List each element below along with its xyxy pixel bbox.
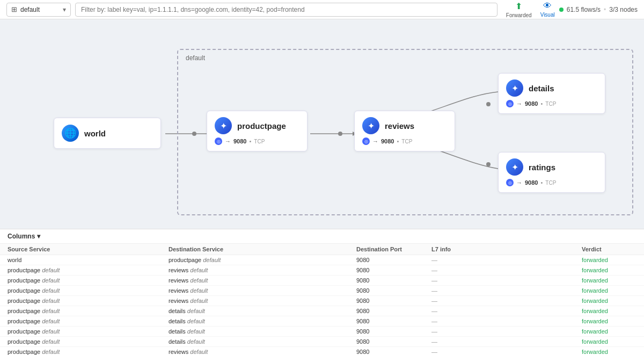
td-l7: — — [431, 277, 582, 284]
columns-header[interactable]: Columns ▾ — [0, 229, 644, 244]
visual-label: Visual — [540, 12, 555, 18]
td-verdict: forwarded — [582, 267, 644, 273]
td-src: productpage default — [8, 318, 169, 324]
status-dot — [559, 8, 564, 12]
td-l7: — — [431, 318, 582, 324]
td-l7: — — [431, 308, 582, 314]
td-dst: reviews default — [169, 298, 356, 304]
td-port: 9080 — [356, 267, 431, 273]
th-dest: Destination Service — [169, 246, 356, 252]
header-icons: ⬆ Forwarded 👁 Visual — [506, 1, 555, 18]
table-row[interactable]: productpage default reviews default 9080… — [0, 286, 644, 296]
details-icon: ✦ — [506, 79, 523, 97]
columns-chevron-icon: ▾ — [37, 233, 40, 240]
visual-button[interactable]: 👁 Visual — [540, 1, 555, 18]
table-row[interactable]: productpage default reviews default 9080… — [0, 276, 644, 286]
world-name: world — [84, 129, 106, 138]
table-row[interactable]: productpage default reviews default 9080… — [0, 296, 644, 306]
td-l7: — — [431, 328, 582, 335]
ratings-port-num: 9080 — [525, 179, 538, 186]
td-l7: — — [431, 267, 582, 273]
node-reviews[interactable]: ✦ reviews ◎ → 9080 • TCP — [354, 111, 455, 151]
namespace-grid-icon: ⊞ — [11, 5, 17, 13]
td-port: 9080 — [356, 328, 431, 335]
details-port-num: 9080 — [525, 100, 538, 107]
forwarded-button[interactable]: ⬆ Forwarded — [506, 1, 532, 18]
reviews-port: ◎ → 9080 • TCP — [362, 137, 447, 145]
status-flows: 61.5 flows/s — [567, 6, 601, 13]
th-port: Destination Port — [356, 246, 431, 252]
node-details-header: ✦ details — [506, 79, 597, 97]
status-nodes: 3/3 nodes — [609, 6, 638, 13]
th-verdict: Verdict — [582, 246, 644, 252]
table-body: world productpage default 9080 — forward… — [0, 255, 644, 355]
td-dst: productpage default — [169, 257, 356, 263]
table-row[interactable]: productpage default details default 9080… — [0, 337, 644, 347]
td-dst: reviews default — [169, 277, 356, 284]
status-separator: • — [604, 6, 606, 13]
td-dst: details default — [169, 328, 356, 335]
node-productpage-header: ✦ productpage — [215, 117, 299, 134]
td-dst: details default — [169, 318, 356, 324]
reviews-port-num: 9080 — [381, 138, 394, 144]
td-src: productpage default — [8, 349, 169, 355]
reviews-name: reviews — [385, 121, 414, 131]
table-row[interactable]: productpage default details default 9080… — [0, 306, 644, 316]
node-world-header: 🌐 world — [62, 125, 153, 142]
table-row[interactable]: productpage default details default 9080… — [0, 327, 644, 337]
node-world[interactable]: 🌐 world — [54, 118, 161, 149]
td-verdict: forwarded — [582, 277, 644, 284]
ratings-port-proto: TCP — [545, 180, 556, 186]
ratings-port-icon: ◎ — [506, 179, 514, 186]
td-src: productpage default — [8, 308, 169, 314]
td-l7: — — [431, 349, 582, 355]
td-dst: reviews default — [169, 287, 356, 294]
td-port: 9080 — [356, 318, 431, 324]
td-verdict: forwarded — [582, 318, 644, 324]
table-head: Source Service Destination Service Desti… — [0, 244, 644, 255]
status-info: 61.5 flows/s • 3/3 nodes — [559, 6, 638, 13]
td-src: productpage default — [8, 287, 169, 294]
reviews-icon: ✦ — [362, 117, 379, 134]
productpage-name: productpage — [237, 121, 286, 131]
th-l7: L7 info — [431, 246, 582, 252]
td-src: productpage default — [8, 267, 169, 273]
details-port-proto: TCP — [545, 101, 556, 107]
td-src: world — [8, 257, 169, 263]
header: ⊞ default ▾ ⬆ Forwarded 👁 Visual 61.5 fl… — [0, 0, 644, 19]
columns-label: Columns — [8, 233, 35, 240]
bottom-panel: Columns ▾ Source Service Destination Ser… — [0, 229, 644, 355]
node-ratings-header: ✦ ratings — [506, 158, 597, 176]
forwarded-label: Forwarded — [506, 12, 532, 18]
productpage-port: ◎ → 9080 • TCP — [215, 137, 299, 145]
table-row[interactable]: productpage default details default 9080… — [0, 316, 644, 327]
productpage-port-num: 9080 — [233, 138, 246, 144]
namespace-label: default — [186, 54, 205, 62]
filter-input[interactable] — [75, 3, 497, 17]
node-details[interactable]: ✦ details ◎ → 9080 • TCP — [498, 73, 605, 114]
details-port-icon: ◎ — [506, 100, 514, 107]
td-dst: details default — [169, 308, 356, 314]
node-productpage[interactable]: ✦ productpage ◎ → 9080 • TCP — [207, 111, 308, 151]
td-verdict: forwarded — [582, 349, 644, 355]
td-l7: — — [431, 338, 582, 345]
table-row[interactable]: productpage default reviews default 9080… — [0, 265, 644, 276]
td-port: 9080 — [356, 298, 431, 304]
td-dst: reviews default — [169, 349, 356, 355]
ratings-icon: ✦ — [506, 158, 523, 176]
td-l7: — — [431, 257, 582, 263]
table-row[interactable]: productpage default reviews default 9080… — [0, 347, 644, 355]
graph-inner: default 🌐 world ✦ productpage ◎ → 9080 •… — [0, 19, 644, 229]
td-verdict: forwarded — [582, 298, 644, 304]
table-row[interactable]: world productpage default 9080 — forward… — [0, 255, 644, 265]
td-dst: reviews default — [169, 267, 356, 273]
forwarded-icon: ⬆ — [515, 1, 522, 11]
td-verdict: forwarded — [582, 328, 644, 335]
ratings-name: ratings — [529, 163, 555, 172]
details-name: details — [529, 84, 554, 93]
node-ratings[interactable]: ✦ ratings ◎ → 9080 • TCP — [498, 152, 605, 193]
namespace-select[interactable]: ⊞ default ▾ — [6, 3, 71, 17]
namespace-chevron-icon: ▾ — [63, 6, 66, 13]
td-dst: details default — [169, 338, 356, 345]
productpage-port-icon: ◎ — [215, 137, 222, 145]
